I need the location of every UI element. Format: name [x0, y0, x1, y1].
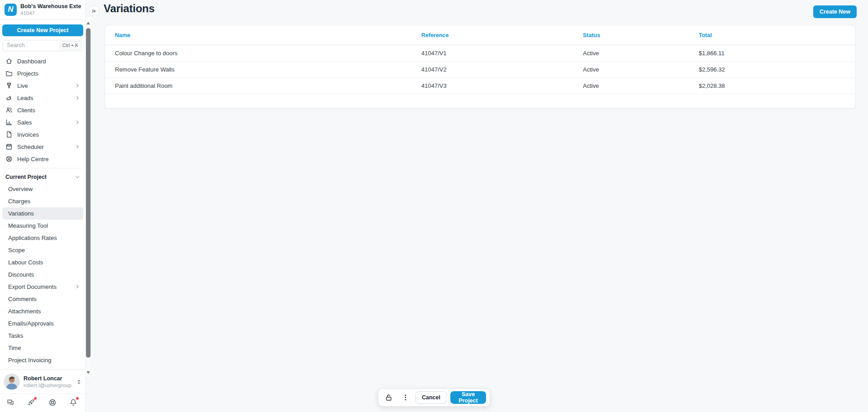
save-project-button[interactable]: Save Project: [450, 391, 486, 404]
sidebar-item-dashboard[interactable]: Dashboard: [2, 55, 83, 67]
cell-status: Active: [583, 66, 699, 73]
sidebar-item-projects[interactable]: Projects: [2, 67, 83, 80]
cell-total: $1,866.11: [699, 50, 845, 57]
bell-icon[interactable]: [69, 398, 77, 407]
notification-dot: [76, 397, 79, 400]
sidebar-scrollbar[interactable]: [86, 18, 91, 378]
project-name: Bob's Warehouse Externa...: [20, 3, 81, 10]
sidebar-item-label: Comments: [8, 296, 80, 302]
table-row[interactable]: Remove Feature Walls 41047/V2 Active $2,…: [105, 62, 855, 78]
user-menu[interactable]: Robert Loncar robert.l@ushergroup....: [0, 370, 86, 393]
create-new-button[interactable]: Create New: [813, 5, 857, 18]
table-row[interactable]: Colour Change to doors 41047/V1 Active $…: [105, 45, 855, 62]
sidebar-item-label: Clients: [17, 107, 80, 114]
sidebar-nav: Dashboard Projects Live Leads Clients Sa…: [0, 53, 86, 369]
sidebar-item-leads[interactable]: Leads: [2, 92, 83, 104]
current-project-section-header[interactable]: Current Project: [2, 171, 83, 183]
divider: [3, 168, 82, 168]
search-input[interactable]: [7, 42, 60, 48]
sidebar-item-scheduler[interactable]: Scheduler: [2, 141, 83, 153]
sidebar-item-project-invoicing[interactable]: Project Invoicing: [2, 354, 83, 366]
cell-status: Active: [583, 82, 699, 89]
sidebar-item-overview[interactable]: Overview: [2, 183, 83, 195]
search-shortcut-badge: Ctrl + K: [60, 41, 81, 49]
project-switcher[interactable]: N Bob's Warehouse Externa... 41047: [0, 0, 86, 20]
sidebar-item-label: Variations: [8, 210, 80, 217]
sidebar-item-tasks[interactable]: Tasks: [2, 330, 83, 342]
unlock-icon[interactable]: [382, 393, 396, 402]
notification-dot: [33, 397, 37, 400]
sidebar-item-discounts[interactable]: Discounts: [2, 268, 83, 281]
cell-reference: 41047/V2: [421, 66, 583, 73]
sidebar-item-sales[interactable]: Sales: [2, 116, 83, 129]
sidebar-item-applications-rates[interactable]: Applications Rates: [2, 232, 83, 244]
sidebar-item-label: Sales: [17, 119, 70, 126]
bar-chart-icon: [5, 119, 13, 126]
sidebar-item-label: Project Invoicing: [8, 357, 80, 364]
sidebar-item-clients[interactable]: Clients: [2, 104, 83, 116]
column-header-total[interactable]: Total: [699, 32, 845, 38]
brush-icon: [5, 82, 13, 89]
sidebar-item-invoices[interactable]: Invoices: [2, 129, 83, 141]
sidebar-item-measuring-tool[interactable]: Measuring Tool: [2, 220, 83, 232]
sidebar-item-label: Overview: [8, 186, 80, 192]
sidebar-item-labour-costs[interactable]: Labour Costs: [2, 256, 83, 268]
user-name: Robert Loncar: [24, 375, 72, 382]
megaphone-icon: [5, 94, 13, 101]
sidebar-item-attachments[interactable]: Attachments: [2, 305, 83, 317]
table-header-row: Name Reference Status Total: [105, 25, 855, 45]
cancel-button[interactable]: Cancel: [415, 391, 447, 404]
chevron-right-icon: [75, 83, 80, 88]
sidebar-item-time[interactable]: Time: [2, 342, 83, 354]
sidebar-footer: Robert Loncar robert.l@ushergroup....: [0, 369, 86, 412]
scroll-down-arrow[interactable]: [86, 371, 90, 374]
sidebar-item-live[interactable]: Live: [2, 80, 83, 92]
sidebar-item-charges[interactable]: Charges: [2, 195, 83, 207]
variations-table-card: Name Reference Status Total Colour Chang…: [105, 25, 856, 109]
scrollbar-thumb[interactable]: [86, 28, 91, 358]
create-new-project-button[interactable]: Create New Project: [2, 24, 83, 36]
chevron-right-icon: [75, 144, 80, 149]
sidebar-item-scope[interactable]: Scope: [2, 244, 83, 256]
lifebuoy-icon[interactable]: [48, 398, 57, 407]
rocket-icon[interactable]: [27, 398, 35, 407]
chevron-right-icon: [75, 284, 80, 289]
page-title: Variations: [104, 2, 155, 15]
file-icon: [5, 131, 13, 138]
sidebar-item-label: Charges: [8, 198, 80, 205]
column-header-reference[interactable]: Reference: [421, 32, 583, 38]
section-label: Current Project: [5, 174, 75, 180]
folder-icon: [5, 70, 13, 77]
cell-reference: 41047/V3: [421, 82, 583, 89]
sidebar-item-variations[interactable]: Variations: [2, 207, 83, 220]
sidebar-item-export-documents[interactable]: Export Documents: [2, 281, 83, 293]
sidebar-item-label: Invoices: [17, 131, 80, 138]
sidebar-item-label: Measuring Tool: [8, 222, 80, 229]
sidebar-item-emails-approvals[interactable]: Emails/Approvals: [2, 317, 83, 330]
sidebar-item-comments[interactable]: Comments: [2, 293, 83, 305]
kebab-menu-icon[interactable]: [399, 394, 412, 401]
cell-total: $2,596.32: [699, 66, 845, 73]
sidebar-item-label: Scope: [8, 247, 80, 254]
collapse-sidebar-button[interactable]: [89, 6, 99, 16]
chevron-down-icon: [75, 174, 80, 180]
project-number: 41047: [20, 10, 81, 16]
save-action-bar: Cancel Save Project: [378, 388, 490, 407]
column-header-status[interactable]: Status: [583, 32, 699, 38]
sidebar-item-label: Leads: [17, 95, 70, 101]
sidebar-footer-icons: [0, 393, 86, 412]
column-header-name[interactable]: Name: [115, 32, 421, 38]
cell-name: Colour Change to doors: [115, 50, 421, 57]
scroll-up-arrow[interactable]: [86, 22, 90, 24]
sidebar-item-label: Discounts: [8, 271, 80, 278]
chevron-right-icon: [75, 95, 80, 101]
sidebar-item-label: Projects: [17, 70, 80, 77]
table-row[interactable]: Paint additional Room 41047/V3 Active $2…: [105, 78, 855, 94]
cell-total: $2,028.38: [699, 82, 845, 89]
collapse-left-icon: [91, 8, 97, 14]
search-box[interactable]: Ctrl + K: [2, 40, 83, 51]
sidebar-item-help-centre[interactable]: Help Centre: [2, 153, 83, 165]
users-icon: [5, 106, 13, 114]
sidebar-item-project-costs[interactable]: Project Costs: [2, 366, 83, 369]
chat-icon[interactable]: [6, 398, 14, 407]
